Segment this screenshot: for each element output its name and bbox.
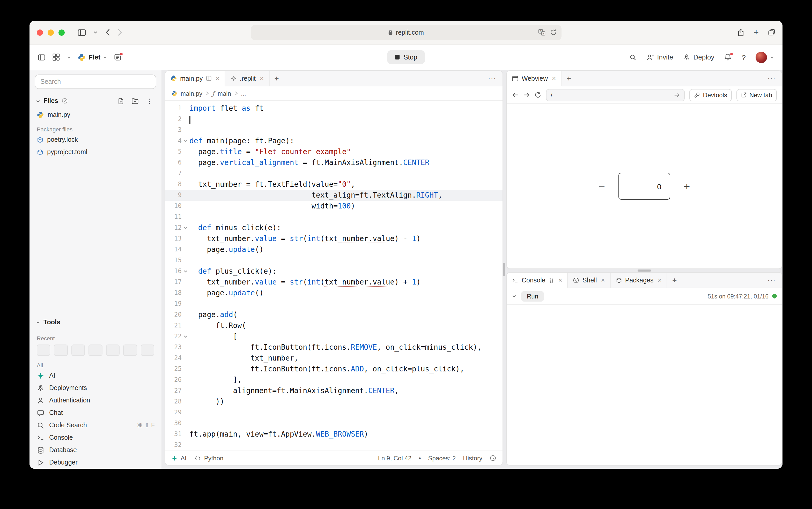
notifications-bell-icon[interactable]: [724, 53, 732, 61]
code-line-19[interactable]: 19: [165, 299, 502, 309]
fold-toggle[interactable]: [182, 223, 189, 233]
indent-setting[interactable]: Spaces: 2: [428, 454, 456, 462]
forward-icon[interactable]: [118, 29, 123, 36]
deploy-button[interactable]: Deploy: [683, 53, 714, 61]
history-button[interactable]: History: [463, 454, 482, 462]
code-line-18[interactable]: 18 page.update(): [165, 287, 502, 299]
close-icon[interactable]: ×: [216, 74, 220, 82]
code-line-10[interactable]: 10 width=100): [165, 201, 502, 211]
tab-webview[interactable]: Webview ×: [507, 71, 561, 86]
code-line-21[interactable]: 21 ft.Row(: [165, 320, 502, 331]
browser-sidebar-icon[interactable]: [77, 29, 86, 36]
history-clock-icon[interactable]: [490, 455, 496, 462]
run-chip[interactable]: Run: [521, 291, 544, 301]
console-output[interactable]: [507, 305, 782, 465]
breadcrumb-symbol[interactable]: main: [218, 90, 231, 97]
editor-more-button[interactable]: ···: [482, 71, 502, 86]
sidebar-tool-debugger[interactable]: Debugger: [30, 456, 161, 469]
go-arrow-icon[interactable]: [674, 92, 680, 98]
close-window-button[interactable]: [37, 29, 43, 35]
sidebar-tool-console[interactable]: Console: [30, 432, 161, 444]
ai-status[interactable]: AI: [171, 454, 187, 462]
stop-button[interactable]: Stop: [387, 50, 425, 64]
cursor-position[interactable]: Ln 9, Col 42: [378, 454, 412, 462]
repl-name[interactable]: Flet: [77, 53, 107, 61]
close-icon[interactable]: ×: [558, 276, 562, 284]
back-icon[interactable]: [105, 29, 110, 36]
tab-replit[interactable]: .replit ×: [225, 71, 269, 86]
console-more-button[interactable]: ···: [761, 273, 782, 287]
account-menu[interactable]: [756, 52, 774, 63]
code-line-14[interactable]: 14 page.update(): [165, 244, 502, 255]
help-button[interactable]: ?: [742, 53, 746, 61]
code-line-16[interactable]: 16 def plus_click(e):: [165, 266, 502, 277]
code-line-29[interactable]: 29: [165, 407, 502, 418]
chevron-down-icon[interactable]: [67, 55, 71, 59]
fold-toggle[interactable]: [182, 266, 189, 277]
code-line-26[interactable]: 26 ],: [165, 374, 502, 385]
code-line-23[interactable]: 23 ft.IconButton(ft.icons.REMOVE, on_cli…: [165, 342, 502, 353]
tab-overview-icon[interactable]: [768, 29, 775, 36]
zoom-window-button[interactable]: [59, 29, 65, 35]
code-line-9[interactable]: 9 text_align=ft.TextAlign.RIGHT,: [165, 190, 502, 201]
tab-main-py[interactable]: main.py ×: [165, 71, 225, 86]
code-line-3[interactable]: 3: [165, 125, 502, 136]
close-icon[interactable]: ×: [552, 74, 556, 82]
code-line-1[interactable]: 1import flet as ft: [165, 103, 502, 114]
code-line-24[interactable]: 24 txt_number,: [165, 353, 502, 364]
share-icon[interactable]: [738, 28, 744, 36]
close-icon[interactable]: ×: [658, 276, 662, 284]
breadcrumb-more[interactable]: ...: [241, 90, 246, 97]
new-editor-tab-button[interactable]: +: [269, 71, 284, 86]
sidebar-tool-authentication[interactable]: Authentication: [30, 394, 161, 407]
counter-field[interactable]: 0: [618, 173, 670, 200]
tab-console[interactable]: Console ×: [507, 273, 568, 287]
code-line-31[interactable]: 31ft.app(main, view=ft.AppView.WEB_BROWS…: [165, 429, 502, 440]
code-line-13[interactable]: 13 txt_number.value = str(int(txt_number…: [165, 233, 502, 244]
files-menu-button[interactable]: ⋮: [144, 95, 155, 107]
workspace-layout-icon[interactable]: [52, 53, 60, 61]
code-line-11[interactable]: 11: [165, 211, 502, 223]
workspace-sidebar-toggle-icon[interactable]: [38, 54, 45, 61]
fold-toggle[interactable]: [182, 331, 189, 342]
code-line-4[interactable]: 4def main(page: ft.Page):: [165, 136, 502, 146]
close-icon[interactable]: ×: [601, 276, 605, 284]
tasks-icon[interactable]: [114, 53, 122, 61]
sidebar-tool-chat[interactable]: Chat: [30, 407, 161, 419]
code-line-12[interactable]: 12 def minus_click(e):: [165, 223, 502, 233]
code-editor[interactable]: 1import flet as ft234def main(page: ft.P…: [165, 101, 502, 450]
new-browser-tab-icon[interactable]: +: [753, 28, 759, 37]
code-line-22[interactable]: 22 [: [165, 331, 502, 342]
translate-icon[interactable]: Aa: [538, 29, 545, 36]
tab-shell[interactable]: Shell ×: [568, 273, 611, 287]
tab-packages[interactable]: Packages ×: [611, 273, 668, 287]
code-line-32[interactable]: 32: [165, 440, 502, 450]
horizontal-splitter-handle[interactable]: [638, 270, 651, 272]
code-line-25[interactable]: 25 ft.IconButton(ft.icons.ADD, on_click=…: [165, 364, 502, 374]
search-icon[interactable]: [629, 54, 636, 61]
code-line-20[interactable]: 20 page.add(: [165, 309, 502, 320]
code-line-27[interactable]: 27 alignment=ft.MainAxisAlignment.CENTER…: [165, 385, 502, 396]
code-line-28[interactable]: 28 )): [165, 396, 502, 407]
language-status[interactable]: Python: [195, 454, 224, 462]
new-file-button[interactable]: [115, 95, 126, 107]
forward-icon[interactable]: [523, 92, 530, 98]
new-folder-button[interactable]: [129, 95, 141, 107]
sidebar-tool-ai[interactable]: AI: [30, 369, 161, 382]
sidebar-tool-deployments[interactable]: Deployments: [30, 382, 161, 394]
code-line-5[interactable]: 5 page.title = "Flet counter example": [165, 146, 502, 157]
search-input[interactable]: [35, 74, 156, 89]
plus-button[interactable]: +: [684, 181, 690, 192]
sidebar-tool-code-search[interactable]: Code Search⌘ ⇧ F: [30, 419, 161, 432]
vertical-splitter-handle[interactable]: [503, 263, 505, 276]
webview-more-button[interactable]: ···: [761, 71, 782, 86]
code-line-8[interactable]: 8 txt_number = ft.TextField(value="0",: [165, 179, 502, 190]
reload-icon[interactable]: [534, 92, 541, 98]
code-line-15[interactable]: 15: [165, 255, 502, 266]
code-line-7[interactable]: 7: [165, 168, 502, 179]
back-icon[interactable]: [512, 92, 519, 98]
reload-icon[interactable]: [550, 29, 557, 36]
close-icon[interactable]: ×: [260, 74, 264, 82]
devtools-button[interactable]: Devtools: [690, 89, 732, 101]
fold-toggle[interactable]: [182, 136, 189, 146]
